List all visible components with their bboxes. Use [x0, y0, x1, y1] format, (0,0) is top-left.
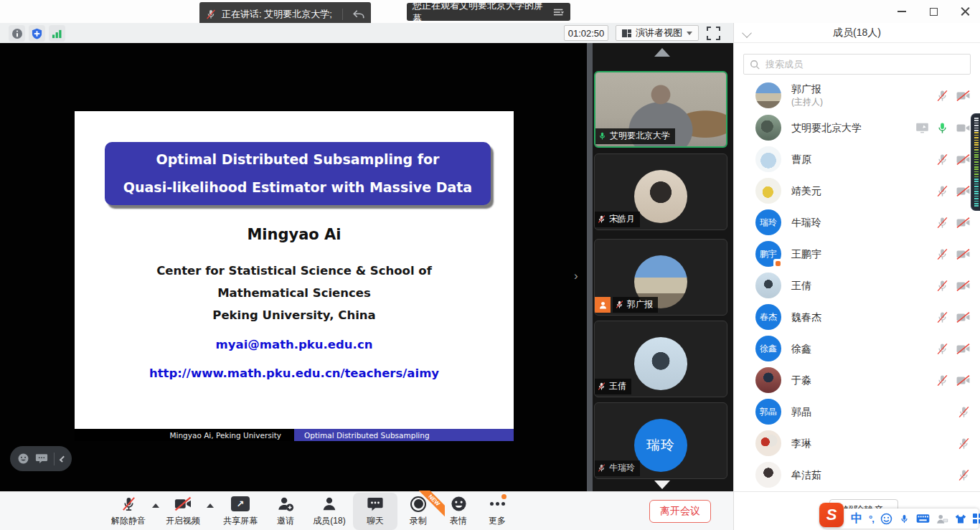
- members-button[interactable]: 成员(18): [306, 493, 353, 530]
- member-row[interactable]: 春杰 魏春杰: [734, 301, 980, 333]
- member-row[interactable]: 靖美元: [734, 175, 980, 207]
- mic-options-chevron-icon[interactable]: [152, 503, 159, 508]
- screen-sharing-icon: [915, 122, 929, 133]
- account-icon[interactable]: [936, 514, 948, 524]
- soft-keyboard-icon[interactable]: [916, 514, 930, 524]
- reply-arrow-icon[interactable]: [352, 9, 365, 20]
- member-row[interactable]: 徐鑫 徐鑫: [734, 333, 980, 364]
- camera-off-icon[interactable]: [956, 343, 971, 355]
- mic-muted-icon[interactable]: [936, 184, 949, 198]
- start-video-button[interactable]: 开启视频: [161, 493, 205, 530]
- member-name: 王倩: [791, 280, 811, 292]
- emoji-picker-icon[interactable]: [880, 513, 892, 525]
- minimize-button[interactable]: [891, 2, 913, 21]
- emoji-button[interactable]: 表情: [439, 493, 478, 530]
- member-row[interactable]: 曹原: [734, 143, 980, 175]
- video-tile[interactable]: 瑞玲 牛瑞玲: [594, 402, 727, 479]
- network-signal-icon[interactable]: [49, 25, 65, 42]
- lang-mode-icon[interactable]: 中: [851, 511, 862, 526]
- camera-off-icon[interactable]: [956, 311, 971, 323]
- emoji-label: 表情: [450, 515, 467, 527]
- camera-off-icon[interactable]: [956, 248, 971, 260]
- voice-input-icon[interactable]: [899, 513, 910, 525]
- strip-expand-chevron-icon[interactable]: ›: [574, 269, 584, 283]
- member-row[interactable]: 王倩: [734, 270, 980, 301]
- search-input[interactable]: [764, 58, 964, 70]
- share-screen-button[interactable]: ↗ 共享屏幕: [215, 493, 265, 530]
- mic-muted-icon[interactable]: [936, 89, 949, 103]
- member-name: 郭广报: [791, 83, 821, 95]
- mic-on-icon[interactable]: [936, 121, 949, 135]
- slide-title-box: Optimal Distributed Subsampling for Quas…: [105, 142, 491, 205]
- mic-muted-icon[interactable]: [957, 468, 971, 482]
- camera-off-icon[interactable]: [956, 217, 971, 229]
- member-row[interactable]: 于淼: [734, 364, 980, 396]
- tile-name-label: 牛瑞玲: [595, 460, 640, 476]
- avatar: 瑞玲: [755, 209, 781, 235]
- security-shield-icon[interactable]: [29, 25, 45, 42]
- participant-name: 艾明要北京大学: [610, 130, 670, 142]
- phone-audio-badge-icon: [773, 259, 783, 268]
- camera-off-icon[interactable]: [956, 280, 971, 292]
- reaction-smiley-icon[interactable]: [17, 453, 29, 465]
- skin-icon[interactable]: [955, 514, 966, 524]
- camera-off-icon[interactable]: [956, 185, 971, 197]
- avatar: 瑞玲: [634, 419, 687, 472]
- meeting-info-icon[interactable]: [9, 25, 25, 42]
- mic-muted-icon[interactable]: [957, 405, 971, 419]
- window-controls: [891, 0, 976, 23]
- presentation-slide: Optimal Distributed Subsampling for Quas…: [75, 111, 514, 441]
- scroll-down-icon[interactable]: [654, 481, 670, 489]
- punctuation-mode-icon[interactable]: °,: [869, 514, 874, 524]
- quick-chat-icon[interactable]: [35, 453, 48, 464]
- mic-muted-icon[interactable]: [936, 247, 949, 261]
- watching-indicator: 您正在观看艾明要北京大学的屏幕: [407, 3, 570, 21]
- member-row[interactable]: 鹏宇 王鹏宇: [734, 238, 980, 270]
- view-mode-button[interactable]: 演讲者视图: [616, 25, 699, 41]
- mic-muted-icon[interactable]: [936, 311, 949, 324]
- more-button[interactable]: 更多: [478, 493, 517, 530]
- video-tile-host[interactable]: 郭广报: [594, 239, 727, 316]
- strip-resize-handle[interactable]: [587, 43, 593, 491]
- slide-affiliation-line3: Peking University, China: [75, 308, 514, 322]
- member-row[interactable]: 李琳: [734, 427, 980, 459]
- camera-off-icon[interactable]: [956, 153, 971, 166]
- maximize-button[interactable]: [923, 2, 944, 21]
- mic-muted-icon[interactable]: [936, 216, 949, 229]
- member-row[interactable]: 郭广报 (主持人): [734, 79, 980, 112]
- camera-on-icon[interactable]: [956, 122, 971, 134]
- chat-label: 聊天: [367, 515, 384, 527]
- camera-off-icon[interactable]: [956, 374, 971, 387]
- video-tile[interactable]: 宋皓月: [594, 153, 727, 230]
- panel-collapse-chevron-icon[interactable]: [742, 28, 752, 38]
- mic-muted-icon[interactable]: [957, 437, 971, 450]
- mic-muted-icon[interactable]: [936, 374, 949, 387]
- member-row[interactable]: 瑞玲 牛瑞玲: [734, 207, 980, 238]
- meeting-toolbar: 01:02:50 演讲者视图: [0, 23, 733, 43]
- toolbox-grid-icon[interactable]: [973, 514, 980, 524]
- camera-off-icon[interactable]: [956, 90, 971, 102]
- members-count-label: 成员(18): [313, 515, 345, 527]
- member-name: 魏春杰: [791, 311, 821, 323]
- video-options-chevron-icon[interactable]: [207, 503, 214, 508]
- speaking-text: 正在讲话: 艾明要北京大学;: [222, 8, 332, 21]
- record-button[interactable]: 录制 NEW: [397, 493, 439, 530]
- member-row[interactable]: 郭晶 郭晶: [734, 396, 980, 427]
- collapse-chevron-icon[interactable]: [60, 455, 66, 462]
- mic-muted-icon[interactable]: [936, 153, 949, 166]
- member-row[interactable]: 牟洁茹: [734, 459, 980, 491]
- chat-button[interactable]: 聊天: [353, 493, 397, 530]
- mic-muted-icon[interactable]: [936, 279, 949, 293]
- fullscreen-icon[interactable]: [707, 27, 720, 40]
- sogou-logo-icon[interactable]: S: [819, 503, 844, 527]
- close-button[interactable]: [954, 2, 976, 21]
- video-tile-speaker[interactable]: 艾明要北京大学: [594, 71, 727, 148]
- scroll-up-icon[interactable]: [654, 48, 670, 57]
- unmute-button[interactable]: 解除静音: [106, 493, 151, 530]
- member-row[interactable]: 艾明要北京大学: [734, 112, 980, 143]
- leave-meeting-button[interactable]: 离开会议: [649, 500, 711, 523]
- video-tile[interactable]: 王倩: [594, 321, 727, 397]
- share-options-icon[interactable]: [553, 7, 565, 17]
- mic-muted-icon[interactable]: [936, 342, 949, 356]
- invite-button[interactable]: 邀请: [265, 493, 306, 530]
